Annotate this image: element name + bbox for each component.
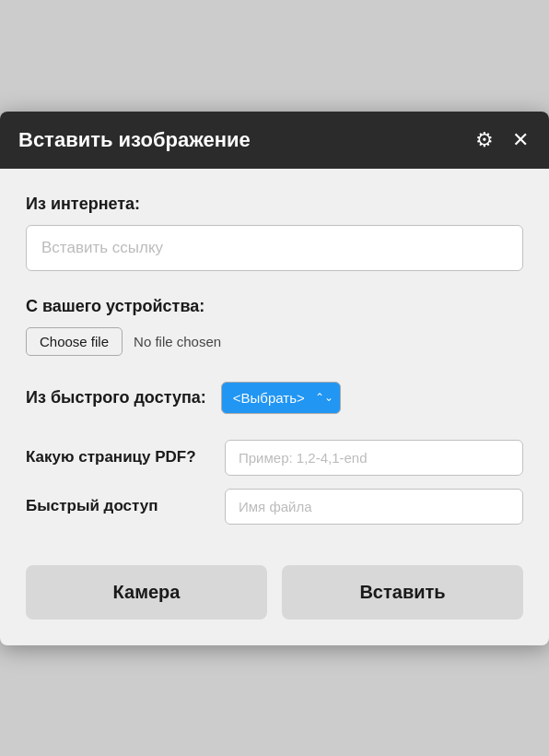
quick-access-select-wrapper: <Выбрать> — [221, 382, 341, 414]
device-row: Choose file No file chosen — [26, 327, 523, 356]
quick-access-label: Из быстрого доступа: — [26, 388, 206, 408]
from-device-label: С вашего устройства: — [26, 297, 523, 316]
header-icons: ⚙ ✕ — [473, 126, 531, 154]
dialog-header: Вставить изображение ⚙ ✕ — [0, 112, 549, 169]
from-internet-section: Из интернета: — [26, 195, 523, 271]
choose-file-button[interactable]: Choose file — [26, 327, 123, 356]
quick-access-section: Из быстрого доступа: <Выбрать> — [26, 382, 523, 414]
close-icon: ✕ — [512, 128, 529, 152]
quick-access-name-input[interactable] — [225, 489, 523, 525]
dialog-footer: Камера Вставить — [0, 547, 549, 645]
pdf-page-label: Какую страницу PDF? — [26, 448, 210, 467]
from-internet-label: Из интернета: — [26, 195, 523, 214]
dialog-title: Вставить изображение — [18, 128, 251, 152]
gear-icon: ⚙ — [475, 128, 494, 152]
pdf-section: Какую страницу PDF? Быстрый доступ — [26, 440, 523, 525]
from-device-section: С вашего устройства: Choose file No file… — [26, 297, 523, 356]
quick-access-name-label: Быстрый доступ — [26, 497, 210, 515]
close-button[interactable]: ✕ — [510, 126, 531, 154]
pdf-page-row: Какую страницу PDF? — [26, 440, 523, 476]
pdf-page-input[interactable] — [225, 440, 523, 476]
no-file-label: No file chosen — [134, 334, 221, 349]
insert-image-dialog: Вставить изображение ⚙ ✕ Из интернета: С… — [0, 112, 549, 645]
settings-button[interactable]: ⚙ — [473, 126, 496, 154]
dialog-body: Из интернета: С вашего устройства: Choos… — [0, 169, 549, 547]
insert-button[interactable]: Вставить — [282, 565, 523, 620]
url-input[interactable] — [26, 225, 523, 271]
quick-access-select[interactable]: <Выбрать> — [221, 382, 341, 414]
quick-access-name-row: Быстрый доступ — [26, 489, 523, 525]
camera-button[interactable]: Камера — [26, 565, 267, 620]
